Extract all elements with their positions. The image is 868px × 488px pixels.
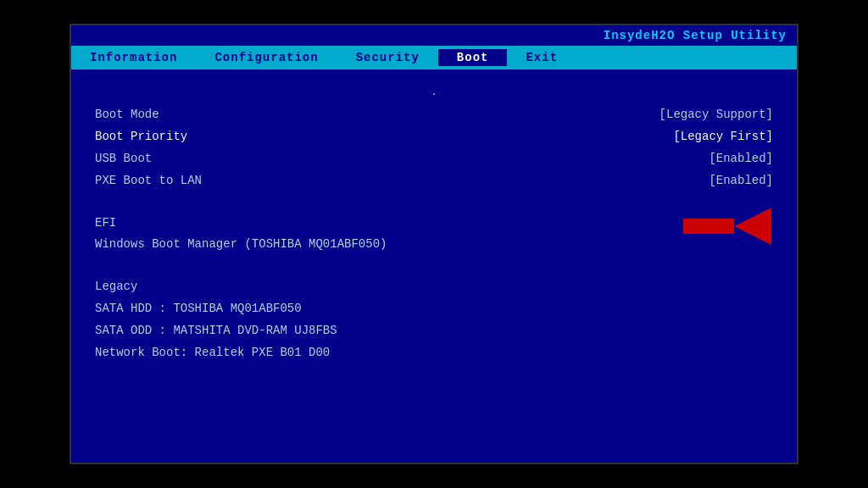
menu-item-configuration[interactable]: Configuration	[196, 49, 337, 66]
usb-boot-row[interactable]: USB Boot [Enabled]	[95, 149, 773, 169]
menu-item-security[interactable]: Security	[337, 49, 438, 66]
legacy-item-label-1: SATA ODD : MATSHITA DVD-RAM UJ8FBS	[95, 321, 337, 341]
efi-header: EFI	[95, 214, 773, 234]
pxe-boot-label: PXE Boot to LAN	[95, 171, 332, 191]
efi-item-0[interactable]: Windows Boot Manager (TOSHIBA MQ01ABF050…	[95, 235, 773, 255]
boot-mode-label: Boot Mode	[95, 105, 332, 125]
legacy-item-1: SATA ODD : MATSHITA DVD-RAM UJ8FBS	[95, 321, 773, 341]
title-bar: InsydeH2O Setup Utility	[71, 25, 797, 46]
arrow-head	[734, 208, 771, 245]
boot-mode-value: [Legacy Support]	[659, 105, 773, 125]
pxe-boot-value: [Enabled]	[709, 171, 773, 191]
arrow-indicator	[683, 208, 771, 245]
usb-boot-value: [Enabled]	[709, 149, 773, 169]
dot-separator: ·	[95, 85, 773, 105]
menu-item-boot[interactable]: Boot	[438, 49, 508, 66]
boot-priority-label: Boot Priority	[95, 127, 332, 147]
legacy-item-label-2: Network Boot: Realtek PXE B01 D00	[95, 343, 332, 363]
efi-item-label-0: Windows Boot Manager (TOSHIBA MQ01ABF050…	[95, 235, 387, 255]
usb-boot-label: USB Boot	[95, 149, 332, 169]
boot-mode-row[interactable]: Boot Mode [Legacy Support]	[95, 105, 773, 125]
bios-screen: InsydeH2O Setup Utility Information Conf…	[70, 24, 798, 464]
legacy-item-2: Network Boot: Realtek PXE B01 D00	[95, 343, 773, 363]
menu-item-exit[interactable]: Exit	[507, 49, 576, 66]
arrow-tail	[683, 219, 734, 234]
boot-priority-value: [Legacy First]	[673, 127, 773, 147]
menu-bar: Information Configuration Security Boot …	[71, 46, 797, 69]
pxe-boot-row[interactable]: PXE Boot to LAN [Enabled]	[95, 171, 773, 191]
legacy-header: Legacy	[95, 277, 773, 297]
app-title: InsydeH2O Setup Utility	[604, 29, 787, 42]
menu-item-information[interactable]: Information	[71, 49, 196, 66]
legacy-item-label-0: SATA HDD : TOSHIBA MQ01ABF050	[95, 299, 332, 319]
boot-priority-row[interactable]: Boot Priority [Legacy First]	[95, 127, 773, 147]
legacy-item-0: SATA HDD : TOSHIBA MQ01ABF050	[95, 299, 773, 319]
